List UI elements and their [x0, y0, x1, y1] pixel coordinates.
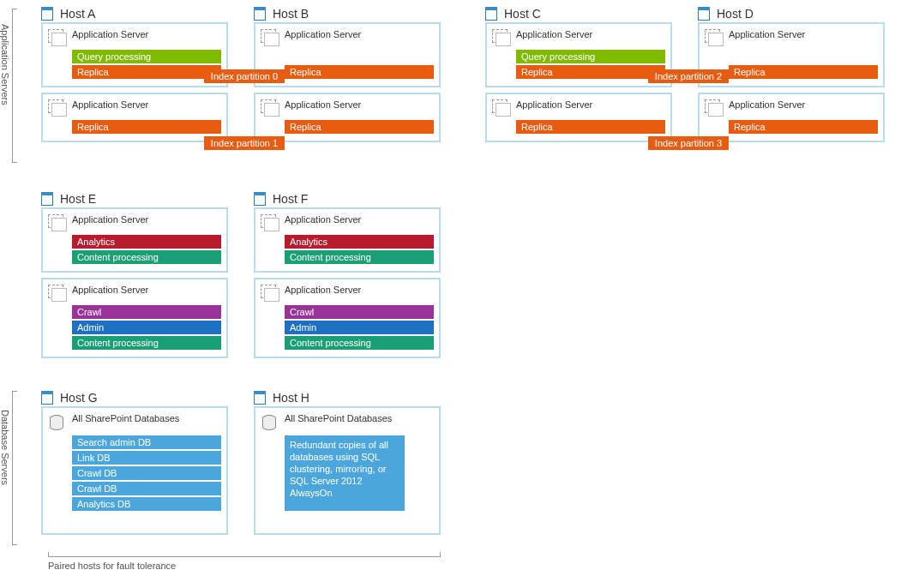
host-title: Host F [273, 192, 441, 206]
index-partition-2: Index partition 2 [648, 69, 729, 83]
app-server-icon [48, 285, 67, 302]
host-title: Host B [273, 7, 441, 21]
chip-replica: Replica [516, 65, 665, 79]
database-icon [261, 413, 279, 432]
host-title: Host E [60, 192, 228, 206]
card-title: Application Server [72, 285, 148, 295]
host-title: Host G [60, 391, 228, 405]
server-icon [698, 7, 712, 22]
chip-replica: Replica [72, 120, 221, 134]
app-server-card: Application Server Replica [254, 93, 441, 142]
server-icon [41, 7, 55, 22]
host-title: Host H [273, 391, 441, 405]
card-title: Application Server [285, 285, 361, 295]
chip-content: Content processing [285, 250, 434, 264]
server-icon [485, 7, 499, 22]
chip-db: Crawl DB [72, 466, 221, 480]
card-title: Application Server [285, 29, 361, 39]
app-server-card: Application Server Analytics Content pro… [41, 207, 228, 273]
chip-content: Content processing [72, 250, 221, 264]
bracket-paired-hosts [48, 552, 441, 557]
app-server-card: Application Server Crawl Admin Content p… [41, 278, 228, 358]
card-title: Application Server [72, 29, 148, 39]
host-f: Host F Application Server Analytics Cont… [254, 192, 441, 363]
chip-query: Query processing [72, 50, 221, 63]
chip-db: Analytics DB [72, 497, 221, 511]
app-server-card: Application Server Query processing Repl… [41, 22, 228, 87]
host-h: Host H All SharePoint Databases Redundan… [254, 391, 441, 540]
chip-db-note: Redundant copies of all databases using … [285, 435, 405, 511]
host-g: Host G All SharePoint Databases Search a… [41, 391, 228, 540]
app-server-icon [48, 99, 67, 117]
chip-replica: Replica [285, 120, 434, 134]
chip-replica: Replica [729, 65, 878, 79]
app-server-card: Application Server Crawl Admin Content p… [254, 278, 441, 358]
app-server-card: Application Server Query processing Repl… [485, 22, 672, 87]
chip-query: Query processing [516, 50, 665, 63]
host-title: Host D [717, 7, 885, 21]
host-title: Host A [60, 7, 228, 21]
index-partition-3: Index partition 3 [648, 136, 729, 150]
card-title: Application Server [516, 99, 592, 110]
app-server-card: Application Server Replica [698, 93, 885, 142]
card-title: Application Server [729, 29, 805, 39]
label-paired-hosts: Paired hosts for fault tolerance [48, 561, 176, 571]
card-title: Application Server [72, 99, 148, 110]
card-title: Application Server [516, 29, 592, 39]
chip-replica: Replica [729, 120, 878, 134]
chip-db: Crawl DB [72, 482, 221, 495]
db-card: All SharePoint Databases Redundant copie… [254, 406, 441, 535]
host-title: Host C [504, 7, 672, 21]
app-server-icon [492, 29, 511, 46]
server-icon [254, 192, 267, 207]
server-icon [254, 391, 267, 406]
server-icon [41, 192, 55, 207]
app-server-icon [261, 285, 279, 302]
chip-admin: Admin [285, 321, 434, 334]
host-a: Host A Application Server Query processi… [41, 7, 228, 147]
app-server-icon [261, 214, 279, 231]
chip-analytics: Analytics [72, 235, 221, 249]
host-e: Host E Application Server Analytics Cont… [41, 192, 228, 363]
chip-replica: Replica [72, 65, 221, 79]
app-server-icon [492, 99, 511, 117]
label-app-servers: Application Servers [0, 24, 10, 105]
label-db-servers: Database Servers [0, 410, 10, 485]
app-server-card: Application Server Analytics Content pro… [254, 207, 441, 273]
database-icon [48, 413, 67, 432]
db-card: All SharePoint Databases Search admin DB… [41, 406, 228, 535]
card-title: Application Server [285, 214, 361, 225]
chip-admin: Admin [72, 321, 221, 334]
index-partition-1: Index partition 1 [204, 136, 285, 150]
chip-content: Content processing [285, 336, 434, 350]
chip-analytics: Analytics [285, 235, 434, 249]
chip-db: Search admin DB [72, 435, 221, 449]
app-server-icon [705, 99, 724, 117]
chip-replica: Replica [516, 120, 665, 134]
chip-crawl: Crawl [72, 305, 221, 319]
card-title: Application Server [729, 99, 805, 110]
bracket-db-servers [12, 391, 17, 545]
app-server-card: Application Server Replica [41, 93, 228, 142]
bracket-app-servers [12, 9, 17, 163]
app-server-icon [48, 214, 67, 231]
app-server-card: Application Server Replica [485, 93, 672, 142]
app-server-icon [705, 29, 724, 46]
app-server-icon [261, 29, 279, 46]
index-partition-0: Index partition 0 [204, 69, 285, 83]
host-c: Host C Application Server Query processi… [485, 7, 672, 147]
card-title: Application Server [72, 214, 148, 225]
card-title: All SharePoint Databases [285, 413, 392, 423]
app-server-icon [261, 99, 279, 117]
chip-crawl: Crawl [285, 305, 434, 319]
card-title: All SharePoint Databases [72, 413, 179, 423]
chip-content: Content processing [72, 336, 221, 350]
card-title: Application Server [285, 99, 361, 110]
chip-db: Link DB [72, 451, 221, 465]
server-icon [41, 391, 55, 406]
chip-replica: Replica [285, 65, 434, 79]
server-icon [254, 7, 267, 22]
app-server-icon [48, 29, 67, 46]
